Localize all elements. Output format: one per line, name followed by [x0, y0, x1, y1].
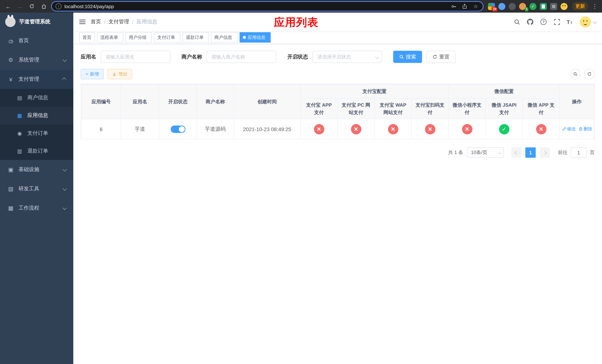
extension-icon[interactable] [540, 3, 547, 10]
sidebar-item-home[interactable]: 首页 [0, 31, 73, 50]
sidebar-item-system[interactable]: ⚙ 系统管理 [0, 50, 73, 70]
password-key-icon[interactable] [450, 3, 457, 10]
workflow-icon: ▩ [7, 205, 14, 212]
site-info-icon[interactable]: i [55, 3, 62, 9]
sidebar-toggle-icon[interactable] [79, 19, 86, 25]
tab-refund-orders[interactable]: 退款订单 [183, 32, 209, 43]
sidebar-item-workflow[interactable]: ▩ 工作流程 [0, 198, 73, 218]
extension-icon[interactable]: 10 [488, 3, 495, 10]
edit-button[interactable]: 修改 [562, 126, 576, 132]
sidebar-item-label: 系统管理 [19, 57, 39, 63]
cell-actions: 修改 删除 [559, 119, 594, 139]
extension-icon[interactable] [550, 3, 557, 10]
sidebar-item-merchant-info[interactable]: ▤ 商户信息 [0, 89, 73, 107]
grid-icon: ▦ [16, 113, 23, 118]
tab-pay-orders[interactable]: 支付订单 [154, 32, 180, 43]
col-header-alipay-app: 支付宝 APP 支付 [301, 98, 337, 119]
browser-back-icon[interactable]: ← [4, 2, 13, 11]
devtool-icon: ▧ [7, 185, 14, 192]
help-icon[interactable]: ? [540, 18, 547, 26]
app-table: 应用编号 应用名 开启状态 商户名称 创建时间 支付宝配置 微信配置 操作 支付… [81, 84, 595, 139]
search-icon[interactable] [513, 18, 521, 26]
bookmark-star-icon[interactable]: ☆ [473, 3, 479, 10]
page-number-button[interactable]: 1 [525, 147, 536, 158]
cell-alipay-qr [411, 119, 449, 139]
tab-merchant-info[interactable]: 商户信息 [211, 32, 237, 43]
github-icon[interactable] [527, 18, 534, 26]
refresh-button[interactable] [584, 69, 595, 79]
sidebar-menu: 首页 ⚙ 系统管理 ¥ 支付管理 ▤ 商户信息 [0, 31, 73, 364]
goto-page-input[interactable] [570, 147, 587, 158]
plus-icon: + [86, 72, 88, 77]
sidebar-item-app-info[interactable]: ▦ 应用信息 [0, 107, 73, 124]
search-button[interactable]: 搜索 [393, 51, 422, 63]
sidebar-item-label: 工作流程 [19, 205, 39, 212]
chevron-up-icon [62, 77, 66, 82]
col-header-id: 应用编号 [81, 84, 121, 119]
user-menu[interactable] [580, 16, 596, 27]
browser-update-button[interactable]: 更新 [572, 2, 588, 11]
cell-wx-mini [449, 119, 485, 139]
prev-page-button[interactable] [511, 147, 522, 158]
font-size-icon[interactable]: TT [567, 19, 572, 25]
browser-reload-icon[interactable] [27, 2, 36, 11]
breadcrumb: 首页 / 支付管理 / 应用信息 [91, 19, 157, 25]
toggle-search-button[interactable] [570, 69, 580, 79]
sidebar-item-pay-orders[interactable]: ◉ 支付订单 [0, 124, 73, 142]
export-button[interactable]: 导出 [107, 69, 132, 79]
extensions-tray: 10 1 ✓ [486, 3, 569, 10]
tab-app-info[interactable]: 应用信息 [239, 32, 271, 43]
status-label: 开启状态 [287, 54, 308, 60]
fullscreen-icon[interactable] [553, 18, 561, 26]
sidebar-item-devtools[interactable]: ▧ 研发工具 [0, 179, 73, 198]
share-icon[interactable] [461, 3, 468, 10]
next-page-button[interactable] [539, 147, 550, 158]
chevron-left-icon [515, 151, 518, 154]
page-unit-label: 页 [590, 149, 595, 156]
sidebar-item-payment[interactable]: ¥ 支付管理 [0, 70, 73, 89]
extension-icon[interactable] [509, 3, 516, 10]
status-toggle[interactable] [171, 125, 185, 133]
extension-icon[interactable]: 1 [519, 3, 526, 10]
cell-status [159, 119, 197, 139]
sidebar-item-label: 支付管理 [19, 76, 39, 83]
payment-submenu: ▤ 商户信息 ▦ 应用信息 ◉ 支付订单 ▥ 退款订单 [0, 89, 73, 160]
col-header-status: 开启状态 [159, 84, 197, 119]
extension-icon[interactable] [498, 3, 505, 10]
page-size-select[interactable]: 10条/页 [467, 147, 504, 158]
delete-button[interactable]: 删除 [579, 126, 592, 132]
page-size-value: 10条/页 [471, 149, 487, 156]
sidebar-item-refund-orders[interactable]: ▥ 退款订单 [0, 142, 73, 160]
dashboard-icon [7, 38, 14, 43]
status-cross-icon [388, 124, 398, 134]
tab-home[interactable]: 首页 [79, 32, 95, 43]
tab-user-group[interactable]: 用户分组 [126, 32, 152, 43]
browser-toolbar: ← → i localhost:1024/pay/app ☆ 10 [0, 0, 602, 13]
breadcrumb-item[interactable]: 首页 [91, 19, 101, 25]
status-cross-icon [462, 124, 472, 134]
breadcrumb-item[interactable]: 支付管理 [108, 19, 129, 25]
cell-alipay-wap [375, 119, 411, 139]
browser-menu-icon[interactable]: ⋮ [591, 3, 598, 10]
app-name-input[interactable] [101, 51, 170, 63]
url-bar[interactable]: i localhost:1024/pay/app ☆ [51, 1, 484, 11]
add-button[interactable]: + 新增 [81, 69, 104, 79]
pagination-total: 共 1 条 [448, 149, 463, 156]
search-form: 应用名 商户名称 开启状态 [81, 51, 595, 63]
sidebar-item-infrastructure[interactable]: ▣ 基础设施 [0, 160, 73, 179]
breadcrumb-separator: / [132, 19, 134, 25]
browser-forward-icon[interactable]: → [16, 2, 24, 11]
extension-icon[interactable]: ✓ [529, 3, 537, 10]
tab-process-form[interactable]: 流程表单 [97, 32, 123, 43]
merchant-name-input[interactable] [207, 51, 276, 63]
sidebar-item-label: 首页 [19, 37, 29, 44]
goto-label: 前往 [558, 149, 568, 156]
col-header-created: 创建时间 [234, 84, 301, 119]
browser-home-icon[interactable] [39, 2, 48, 11]
url-text[interactable]: localhost:1024/pay/app [64, 3, 114, 9]
status-select[interactable] [312, 51, 382, 63]
sidebar-logo[interactable]: 芋道管理系统 [0, 13, 73, 31]
cell-alipay-app [301, 119, 337, 139]
extension-icon[interactable] [560, 3, 568, 10]
reset-button[interactable]: 重置 [427, 51, 455, 63]
